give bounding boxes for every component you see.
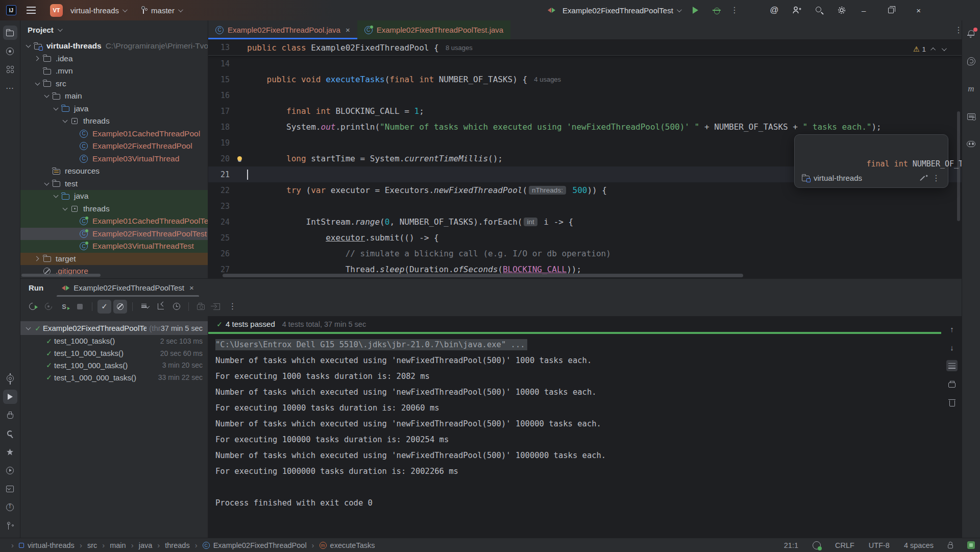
- restore-button[interactable]: [888, 8, 894, 13]
- tab-example02fixedthreadpool[interactable]: Example02FixedThreadPool.java ×: [208, 20, 357, 39]
- project-avatar[interactable]: VT: [50, 4, 63, 17]
- editor-horizontal-scrollbar[interactable]: [223, 274, 743, 277]
- branch-selector[interactable]: master: [136, 4, 185, 17]
- rerun-failed-tests-icon[interactable]: [41, 300, 55, 314]
- tree-chevron-icon[interactable]: [60, 120, 69, 122]
- tree-chevron-icon[interactable]: [23, 327, 33, 329]
- gutter-icon[interactable]: [232, 156, 247, 161]
- soft-wrap-icon[interactable]: [946, 360, 958, 371]
- tree-row[interactable]: java: [20, 103, 208, 115]
- code-line[interactable]: 15 public void executeTasks(final int NU…: [208, 71, 962, 87]
- line-number[interactable]: 19: [208, 138, 232, 148]
- breadcrumb-item[interactable]: src: [75, 541, 97, 549]
- scroll-to-end-icon[interactable]: [946, 342, 958, 353]
- console-output[interactable]: "C:\Users\Entrox Dell G15 5510\.jdks\jbr…: [208, 334, 942, 538]
- run-tab[interactable]: Example02FixedThreadPoolTest ×: [57, 279, 199, 297]
- tree-row[interactable]: Example01CachedThreadPool: [20, 128, 208, 140]
- prev-problem-icon[interactable]: [930, 47, 936, 52]
- tree-row[interactable]: test: [20, 178, 208, 190]
- line-number[interactable]: 27: [208, 265, 232, 274]
- line-number[interactable]: 21: [208, 170, 232, 179]
- maven-icon[interactable]: m: [964, 82, 978, 96]
- mentions-icon[interactable]: @: [770, 6, 779, 15]
- project-tree[interactable]: virtual-threads C:\Programiranje\Primeri…: [20, 39, 208, 278]
- project-selector[interactable]: virtual-threads: [67, 4, 129, 17]
- sticky-code-line[interactable]: 13 public class Example02FixedThreadPool…: [208, 40, 962, 56]
- tree-row[interactable]: java: [20, 190, 208, 203]
- show-ignored-icon[interactable]: [113, 300, 127, 314]
- toggle-auto-test-icon[interactable]: S: [57, 300, 71, 314]
- import-tests-icon[interactable]: [154, 300, 167, 314]
- breadcrumb-item[interactable]: Example02FixedThreadPool: [190, 541, 307, 549]
- edit-icon[interactable]: [920, 175, 927, 182]
- line-number[interactable]: 24: [208, 218, 232, 227]
- line-number[interactable]: 15: [208, 75, 232, 84]
- tree-row[interactable]: .mvn: [20, 65, 208, 78]
- rerun-tests-icon[interactable]: [26, 300, 39, 314]
- close-button[interactable]: ×: [916, 6, 921, 15]
- tree-chevron-icon[interactable]: [33, 57, 42, 60]
- tree-row[interactable]: threads: [20, 115, 208, 128]
- line-number[interactable]: 16: [208, 91, 232, 100]
- line-number[interactable]: 17: [208, 107, 232, 116]
- breadcrumb-item[interactable]: executeTasks: [307, 541, 375, 549]
- screenshot-icon[interactable]: [194, 300, 208, 314]
- test-row[interactable]: ✓ test_100_000_tasks() 3 min 20 sec: [20, 359, 208, 372]
- code-editor[interactable]: 13 public class Example02FixedThreadPool…: [208, 40, 962, 278]
- project-toolwindow-icon[interactable]: [3, 26, 17, 40]
- tree-chevron-icon[interactable]: [51, 108, 60, 110]
- code-line[interactable]: 17 final int BLOCKING_CALL = 1;: [208, 103, 962, 119]
- show-passed-icon[interactable]: ✓: [97, 300, 111, 314]
- profiler-toolwindow-icon[interactable]: [3, 371, 17, 386]
- test-row[interactable]: ✓ test_10_000_tasks() 20 sec 60 ms: [20, 347, 208, 359]
- code-with-me-icon[interactable]: [792, 6, 801, 15]
- print-icon[interactable]: [946, 378, 958, 390]
- caret-position[interactable]: 21:1: [784, 541, 798, 549]
- tree-row[interactable]: src: [20, 78, 208, 90]
- ai-assistant-icon[interactable]: [964, 54, 978, 68]
- more-run-options-icon[interactable]: [730, 6, 739, 14]
- copilot-icon[interactable]: [964, 137, 978, 151]
- build-toolwindow-icon[interactable]: [3, 426, 17, 441]
- indent-style[interactable]: 4 spaces: [904, 541, 934, 549]
- code-line[interactable]: 23: [208, 198, 962, 214]
- tree-row[interactable]: .idea: [20, 53, 208, 65]
- line-number[interactable]: 18: [208, 123, 232, 132]
- line-number[interactable]: 26: [208, 249, 232, 258]
- test-console[interactable]: ✓ 4 tests passed 4 tests total, 37 min 5…: [208, 316, 942, 538]
- more-toolwindows-icon[interactable]: ⋯: [3, 81, 17, 95]
- tree-chevron-icon[interactable]: [33, 83, 42, 85]
- breadcrumb-item[interactable]: virtual-threads: [6, 541, 75, 549]
- code-line[interactable]: 14: [208, 56, 962, 71]
- structure-toolwindow-icon[interactable]: [3, 62, 17, 77]
- line-number[interactable]: 25: [208, 233, 232, 243]
- tree-row[interactable]: Example03VirtualThread: [20, 153, 208, 165]
- stop-icon[interactable]: [73, 300, 87, 314]
- debug-button[interactable]: [713, 6, 721, 14]
- breadcrumb-item[interactable]: java: [126, 541, 153, 549]
- line-separator[interactable]: CRLF: [835, 541, 854, 549]
- version-control-toolwindow-icon[interactable]: [3, 518, 17, 533]
- plugins-toolwindow-icon[interactable]: [3, 445, 17, 459]
- test-root-row[interactable]: ✓ Example02FixedThreadPoolTest (thr 37 m…: [20, 321, 208, 335]
- run-toolwindow-icon[interactable]: [3, 390, 17, 404]
- line-number[interactable]: 22: [208, 186, 232, 195]
- line-number[interactable]: 23: [208, 202, 232, 211]
- more-icon[interactable]: [932, 174, 941, 182]
- dependencies-icon[interactable]: [964, 109, 978, 124]
- commit-toolwindow-icon[interactable]: [3, 44, 17, 58]
- search-everywhere-icon[interactable]: [815, 6, 824, 15]
- editor-options-icon[interactable]: [947, 20, 962, 39]
- tree-row[interactable]: Example03VirtualThreadTest: [20, 240, 208, 253]
- tree-row[interactable]: threads: [20, 203, 208, 215]
- sort-tests-icon[interactable]: [138, 300, 152, 314]
- clear-console-icon[interactable]: [946, 397, 958, 408]
- tree-chevron-icon[interactable]: [60, 208, 69, 210]
- close-run-tab-icon[interactable]: ×: [189, 283, 194, 292]
- breadcrumb-item[interactable]: main: [97, 541, 126, 549]
- breadcrumb-item[interactable]: threads: [152, 541, 189, 549]
- test-history-icon[interactable]: [169, 300, 183, 314]
- tree-row[interactable]: Example01CachedThreadPoolTest: [20, 215, 208, 228]
- tree-row[interactable]: Example02FixedThreadPool: [20, 140, 208, 153]
- tree-row[interactable]: Example02FixedThreadPoolTest: [20, 228, 208, 241]
